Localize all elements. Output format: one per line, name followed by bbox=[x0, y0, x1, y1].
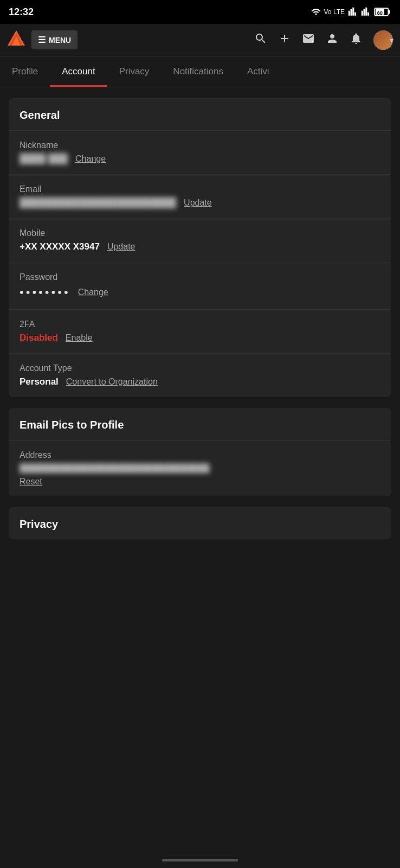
password-field: Password •••••••• Change bbox=[9, 263, 391, 310]
general-section-title: General bbox=[9, 98, 391, 131]
email-value-row: ████████████████████████ Update bbox=[20, 197, 380, 208]
account-type-field: Account Type Personal Convert to Organiz… bbox=[9, 354, 391, 397]
email-pics-address-field: Address ████████████████████████████████… bbox=[9, 441, 391, 496]
address-value: █████████████████████████████████ bbox=[20, 463, 210, 473]
general-section: General Nickname ████ ███ Change Email █… bbox=[9, 98, 391, 397]
mobile-update-button[interactable]: Update bbox=[107, 242, 136, 252]
twofa-field: 2FA Disabled Enable bbox=[9, 310, 391, 354]
bell-icon[interactable] bbox=[350, 32, 363, 48]
address-value-row: █████████████████████████████████ Reset bbox=[20, 463, 380, 487]
signal-icon bbox=[348, 7, 358, 17]
nav-bar: ☰ MENU ▾ bbox=[0, 24, 400, 56]
tab-profile[interactable]: Profile bbox=[0, 56, 50, 87]
status-time: 12:32 bbox=[9, 7, 34, 18]
menu-icon: ☰ bbox=[38, 35, 46, 45]
nickname-label: Nickname bbox=[20, 141, 380, 150]
person-icon[interactable] bbox=[326, 32, 339, 48]
password-change-button[interactable]: Change bbox=[78, 288, 108, 297]
mobile-value-row: +XX XXXXX X3947 Update bbox=[20, 241, 380, 252]
twofa-value-row: Disabled Enable bbox=[20, 333, 380, 343]
carrier-text: Vo LTE bbox=[324, 8, 345, 16]
twofa-label: 2FA bbox=[20, 320, 380, 329]
mobile-value: +XX XXXXX X3947 bbox=[20, 241, 100, 252]
bottom-bar bbox=[0, 854, 400, 868]
tabs-bar: Profile Account Privacy Notifications Ac… bbox=[0, 56, 400, 87]
nav-icons: ▾ bbox=[254, 30, 393, 50]
home-indicator bbox=[162, 859, 238, 861]
nickname-change-button[interactable]: Change bbox=[75, 154, 106, 164]
tab-notifications[interactable]: Notifications bbox=[161, 56, 235, 87]
account-type-label: Account Type bbox=[20, 363, 380, 373]
nickname-value-row: ████ ███ Change bbox=[20, 154, 380, 164]
plus-icon[interactable] bbox=[278, 32, 291, 48]
svg-text:60: 60 bbox=[377, 10, 383, 16]
twofa-enable-button[interactable]: Enable bbox=[66, 333, 93, 343]
twofa-status: Disabled bbox=[20, 333, 58, 343]
app-logo bbox=[7, 29, 26, 51]
email-pics-section: Email Pics to Profile Address ██████████… bbox=[9, 408, 391, 496]
convert-to-org-button[interactable]: Convert to Organization bbox=[66, 377, 158, 387]
tab-activity[interactable]: Activi bbox=[235, 56, 281, 87]
mobile-field: Mobile +XX XXXXX X3947 Update bbox=[9, 219, 391, 263]
status-icons: Vo LTE 60 bbox=[311, 7, 391, 17]
search-icon[interactable] bbox=[254, 32, 267, 48]
main-content: General Nickname ████ ███ Change Email █… bbox=[0, 98, 400, 572]
menu-label: MENU bbox=[49, 36, 71, 44]
address-label: Address bbox=[20, 450, 380, 460]
tab-privacy[interactable]: Privacy bbox=[107, 56, 162, 87]
nickname-value: ████ ███ bbox=[20, 154, 68, 164]
wifi-icon bbox=[311, 7, 321, 17]
password-value-row: •••••••• Change bbox=[20, 285, 380, 299]
nickname-field: Nickname ████ ███ Change bbox=[9, 131, 391, 175]
menu-button[interactable]: ☰ MENU bbox=[31, 30, 78, 49]
avatar-dropdown-icon: ▾ bbox=[390, 36, 393, 44]
mobile-label: Mobile bbox=[20, 228, 380, 238]
email-pics-section-title: Email Pics to Profile bbox=[9, 408, 391, 441]
status-bar: 12:32 Vo LTE 60 bbox=[0, 0, 400, 24]
avatar-container[interactable]: ▾ bbox=[373, 30, 393, 50]
privacy-section-title: Privacy bbox=[9, 507, 391, 539]
tab-account[interactable]: Account bbox=[50, 56, 107, 87]
email-label: Email bbox=[20, 184, 380, 194]
email-field: Email ████████████████████████ Update bbox=[9, 175, 391, 219]
mail-icon[interactable] bbox=[302, 32, 315, 48]
password-label: Password bbox=[20, 272, 380, 282]
battery-icon: 60 bbox=[374, 7, 391, 17]
logo-icon bbox=[7, 29, 26, 49]
privacy-section: Privacy bbox=[9, 507, 391, 539]
account-type-value-row: Personal Convert to Organization bbox=[20, 376, 380, 387]
email-value: ████████████████████████ bbox=[20, 197, 176, 208]
svg-rect-2 bbox=[389, 10, 390, 14]
signal2-icon bbox=[361, 7, 371, 17]
password-dots: •••••••• bbox=[20, 285, 70, 299]
address-reset-button[interactable]: Reset bbox=[20, 477, 42, 487]
account-type-value: Personal bbox=[20, 376, 59, 387]
email-update-button[interactable]: Update bbox=[184, 198, 212, 208]
